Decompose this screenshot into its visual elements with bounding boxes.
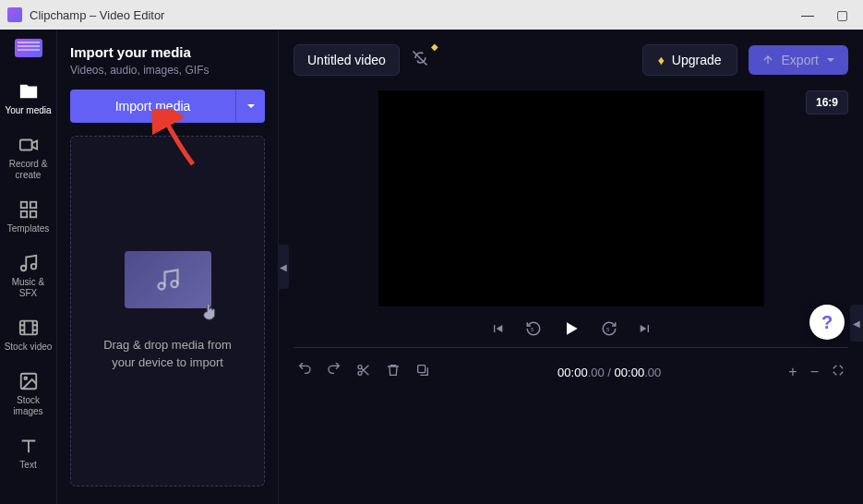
preview-canvas[interactable] (378, 90, 764, 306)
upgrade-button[interactable]: ♦ Upgrade (642, 44, 737, 76)
sidebar-item-record-create[interactable]: Record & create (0, 127, 56, 188)
camera-icon (18, 135, 39, 155)
sidebar-item-stock-video[interactable]: Stock video (0, 310, 56, 360)
delete-button[interactable] (386, 363, 401, 381)
no-effects-icon (411, 49, 429, 67)
skip-start-button[interactable] (490, 321, 505, 336)
templates-icon (18, 199, 39, 220)
premium-badge-icon: ◆ (431, 42, 438, 52)
svg-rect-2 (30, 202, 35, 208)
help-button[interactable]: ? (809, 305, 845, 340)
sidebar-item-label: Stock images (2, 395, 54, 417)
sidebar-item-stock-images[interactable]: Stock images (0, 364, 56, 425)
panel-title: Import your media (70, 44, 265, 60)
import-media-button[interactable]: Import media (70, 90, 235, 123)
sidebar-item-your-media[interactable]: Your media (0, 74, 56, 124)
music-icon (18, 253, 39, 273)
maximize-button[interactable]: ▢ (836, 7, 848, 22)
player-controls: 5 5 (294, 306, 848, 347)
svg-rect-1 (20, 202, 26, 208)
svg-rect-4 (30, 211, 35, 217)
upload-icon (761, 54, 774, 66)
play-button[interactable] (562, 319, 581, 338)
split-button[interactable] (356, 363, 371, 381)
sidebar-item-label: Text (19, 460, 36, 471)
effects-button[interactable]: ◆ (411, 49, 429, 71)
svg-point-6 (30, 264, 36, 270)
skip-end-button[interactable] (638, 321, 653, 336)
gem-icon: ♦ (658, 53, 665, 67)
media-dropzone[interactable]: Drag & drop media from your device to im… (70, 136, 265, 486)
sidebar-item-label: Templates (7, 223, 50, 234)
timeline-toolbar: 00:00.00 / 00:00.00 + − (294, 347, 848, 381)
window-title: Clipchamp – Video Editor (30, 8, 164, 22)
zoom-out-button[interactable]: − (810, 364, 819, 380)
app-logo-icon (7, 7, 22, 22)
svg-text:5: 5 (531, 327, 534, 332)
svg-rect-3 (20, 211, 26, 217)
topbar: Untitled video ◆ ♦ Upgrade Export (294, 44, 848, 76)
svg-point-15 (358, 371, 362, 375)
time-display: 00:00.00 / 00:00.00 (557, 366, 661, 379)
folder-icon (18, 81, 39, 102)
sidebar-item-music-sfx[interactable]: Music & SFX (0, 246, 56, 306)
zoom-in-button[interactable]: + (788, 364, 797, 380)
svg-point-9 (24, 377, 27, 379)
export-button[interactable]: Export (749, 45, 848, 75)
sidebar: Your media Record & create Templates Mus… (0, 30, 57, 504)
hand-cursor-icon (200, 301, 221, 321)
dropzone-thumbnail-icon (125, 251, 211, 308)
export-label: Export (782, 53, 819, 67)
svg-text:5: 5 (606, 327, 610, 332)
titlebar: Clipchamp – Video Editor ― ▢ (0, 0, 863, 30)
minimize-button[interactable]: ― (801, 7, 814, 22)
sidebar-item-text[interactable]: Text (0, 428, 56, 478)
image-icon (18, 371, 39, 391)
import-media-dropdown-button[interactable] (235, 90, 265, 123)
undo-button[interactable] (297, 363, 312, 381)
forward-button[interactable]: 5 (601, 320, 617, 337)
clipchamp-logo-icon[interactable] (15, 39, 42, 57)
svg-point-10 (158, 282, 164, 289)
svg-rect-16 (418, 366, 426, 373)
panel-subtitle: Videos, audio, images, GIFs (70, 64, 265, 77)
cleanup-button[interactable] (415, 363, 430, 381)
aspect-ratio-button[interactable]: 16:9 (806, 90, 848, 114)
sidebar-item-label: Your media (5, 105, 51, 116)
sidebar-item-templates[interactable]: Templates (0, 192, 56, 242)
svg-rect-7 (19, 321, 36, 335)
sidebar-item-label: Record & create (2, 159, 54, 181)
chevron-down-icon (826, 55, 835, 65)
right-panel-handle[interactable]: ◀ (850, 305, 863, 342)
sidebar-item-label: Music & SFX (2, 277, 54, 299)
svg-point-11 (171, 281, 177, 287)
svg-point-14 (358, 366, 362, 369)
text-icon (18, 436, 39, 456)
svg-rect-0 (19, 140, 31, 150)
upgrade-label: Upgrade (672, 53, 722, 67)
chevron-down-icon (246, 102, 256, 111)
redo-button[interactable] (327, 363, 342, 381)
media-panel: Import your media Videos, audio, images,… (57, 30, 279, 504)
main-area: Untitled video ◆ ♦ Upgrade Export 16:9 5 (279, 30, 863, 504)
zoom-fit-button[interactable] (832, 364, 845, 380)
svg-point-5 (20, 266, 26, 271)
rewind-button[interactable]: 5 (525, 320, 542, 337)
dropzone-text: Drag & drop media from your device to im… (103, 336, 232, 372)
preview-area: 16:9 (294, 90, 848, 306)
sidebar-item-label: Stock video (5, 342, 53, 353)
film-icon (18, 318, 39, 338)
project-title-input[interactable]: Untitled video (294, 44, 400, 76)
